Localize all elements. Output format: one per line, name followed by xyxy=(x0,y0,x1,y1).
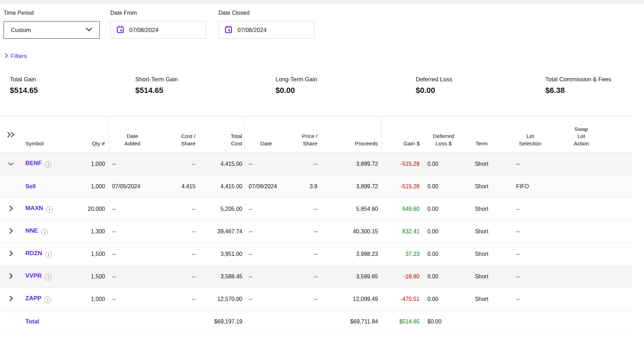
symbol-link[interactable]: VVPR xyxy=(25,272,42,279)
date-closed-label: Date Closed xyxy=(218,10,314,16)
info-icon[interactable]: i xyxy=(45,274,51,281)
cell-swap xyxy=(550,220,613,243)
cell-price_share xyxy=(287,310,319,333)
cell-price_share: 3.9 xyxy=(287,175,319,198)
cell-cost_share: -- xyxy=(156,153,198,175)
cell-swap xyxy=(550,310,613,333)
expand-row-chevron-right-icon[interactable] xyxy=(9,251,13,256)
cell-swap xyxy=(550,243,613,265)
cell-date: -- xyxy=(244,220,287,243)
info-icon[interactable]: i xyxy=(45,161,51,168)
lot-action-link[interactable]: Sell xyxy=(25,183,36,189)
time-period-select[interactable]: Custom xyxy=(4,21,100,39)
cell-spacer xyxy=(613,310,632,333)
cell-proceeds: 3,899.72 xyxy=(319,175,381,198)
cell-qty: 1,000 xyxy=(70,288,109,310)
cell-date_added: -- xyxy=(109,153,156,175)
header-price-share: Price / Share xyxy=(287,117,319,153)
summary-stats: Total Gain $514.65 Short-Term Gain $514.… xyxy=(0,76,644,104)
expand-row-chevron-right-icon[interactable] xyxy=(9,296,13,301)
cell-spacer xyxy=(613,243,632,265)
cell-proceeds: 12,099.49 xyxy=(319,288,381,310)
cell-deferred_loss: 0.00 xyxy=(421,153,466,175)
cell-expand xyxy=(0,265,22,288)
stat-long-term-gain: Long-Term Gain $0.00 xyxy=(275,76,317,95)
date-closed-value: 07/08/2024 xyxy=(237,27,267,33)
cell-proceeds: 3,899.72 xyxy=(319,153,381,175)
cell-deferred_loss: 0.00 xyxy=(421,265,466,288)
expand-all-header[interactable] xyxy=(0,117,22,153)
date-from-input[interactable]: 07/08/2024 xyxy=(110,21,206,39)
chevron-down-icon xyxy=(86,27,92,33)
cell-qty: 1,500 xyxy=(70,265,109,288)
cell-date xyxy=(244,310,287,333)
symbol-link[interactable]: ZAPP xyxy=(25,295,41,302)
cell-label: Sell xyxy=(22,175,70,198)
cell-expand xyxy=(0,288,22,310)
header-symbol: Symbol xyxy=(22,117,70,153)
symbol-row-zapp: ZAPPi1,000----12,570.00----12,099.49-470… xyxy=(0,288,632,310)
cell-date_added xyxy=(109,310,156,333)
header-cost-share: Cost / Share xyxy=(156,117,198,153)
total-row: Total$69,197.19$69,711.84$514.65$0.00 xyxy=(0,310,632,333)
total-label: Total xyxy=(25,318,39,325)
info-icon[interactable]: i xyxy=(45,251,52,258)
expand-row-chevron-right-icon[interactable] xyxy=(9,273,13,279)
cell-date_added: 07/05/2024 xyxy=(109,175,156,198)
cell-lot_selection: -- xyxy=(497,153,550,175)
expand-row-chevron-right-icon[interactable] xyxy=(9,228,13,234)
cell-lot_selection xyxy=(497,310,550,333)
date-closed-control: Date Closed 07/08/2024 xyxy=(218,10,314,39)
stat-total-commission-fees: Total Commission & Fees $6.38 xyxy=(545,76,611,95)
cell-date: -- xyxy=(244,153,287,175)
calendar-icon xyxy=(224,25,233,35)
header-swap-lot-action: Swap Lot Action xyxy=(550,117,613,153)
header-total-cost: Total Cost xyxy=(198,117,244,153)
top-band xyxy=(0,0,644,4)
symbol-link[interactable]: NNE xyxy=(25,227,38,234)
cell-date: 07/08/2024 xyxy=(244,175,287,198)
stat-deferred-loss: Deferred Loss $0.00 xyxy=(416,76,452,95)
header-date-added: Date Added xyxy=(109,117,156,153)
cell-total_cost: 5,205.00 xyxy=(198,198,244,220)
collapse-row-chevron-down-icon[interactable] xyxy=(8,162,14,166)
stat-label: Total Commission & Fees xyxy=(545,76,611,83)
cell-cost_share: -- xyxy=(156,243,198,265)
cell-label: MAXNi xyxy=(22,198,70,220)
symbol-row-vvpr: VVPRi1,500----3,588.45----3,569.65-18.80… xyxy=(0,265,632,288)
header-proceeds: Proceeds xyxy=(319,117,381,153)
cell-deferred_loss: $0.00 xyxy=(421,310,466,333)
stat-value: $0.00 xyxy=(416,86,452,95)
date-closed-input[interactable]: 07/08/2024 xyxy=(218,21,314,39)
cell-total_cost: 39,467.74 xyxy=(198,220,244,243)
cell-price_share: -- xyxy=(287,153,319,175)
cell-spacer xyxy=(613,198,632,220)
symbol-link[interactable]: BENF xyxy=(25,160,42,166)
info-icon[interactable]: i xyxy=(46,206,53,213)
filters-expander[interactable]: Filters xyxy=(5,53,27,60)
cell-swap xyxy=(550,175,613,198)
symbol-link[interactable]: MAXN xyxy=(25,205,43,212)
chevron-right-icon xyxy=(5,53,8,60)
info-icon[interactable]: i xyxy=(44,296,51,303)
cell-date_added: -- xyxy=(109,220,156,243)
header-deferred-loss: Deferred Loss $ xyxy=(421,117,466,153)
cell-label: BENFi xyxy=(22,153,70,175)
cell-spacer xyxy=(613,153,632,175)
symbol-link[interactable]: RDZN xyxy=(25,250,42,257)
expand-row-chevron-right-icon[interactable] xyxy=(9,206,13,211)
cell-spacer xyxy=(613,220,632,243)
cell-lot_selection: FIFO xyxy=(497,175,550,198)
cell-price_share: -- xyxy=(287,288,319,310)
cell-label: NNEi xyxy=(22,220,70,243)
double-chevron-right-icon xyxy=(6,133,16,139)
cell-date: -- xyxy=(244,265,287,288)
info-icon[interactable]: i xyxy=(41,229,48,235)
cell-expand xyxy=(0,220,22,243)
cell-proceeds: 3,988.23 xyxy=(319,243,381,265)
time-period-value: Custom xyxy=(11,27,31,33)
cell-deferred_loss: 0.00 xyxy=(421,175,466,198)
cell-proceeds: 5,854.60 xyxy=(319,198,381,220)
cell-deferred_loss: 0.00 xyxy=(421,198,466,220)
cell-term: Short xyxy=(466,153,497,175)
